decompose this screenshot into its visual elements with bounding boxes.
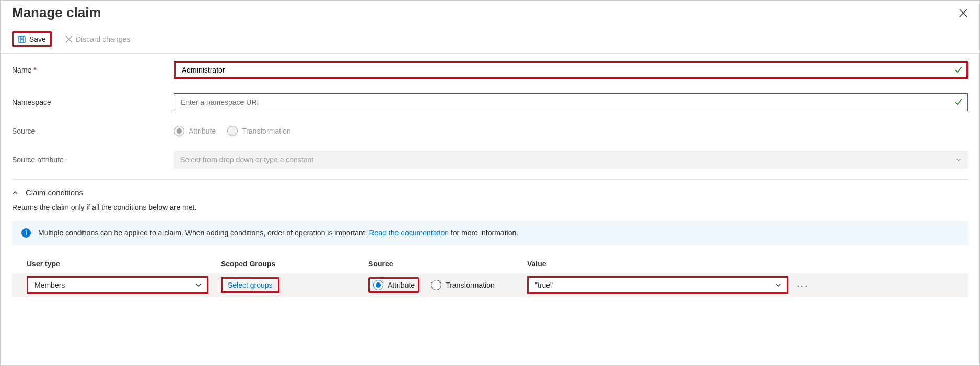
conditions-table-header: User type Scoped Groups Source Value: [12, 259, 968, 273]
radio-icon: [174, 126, 184, 136]
toolbar: Save Discard changes: [1, 28, 979, 54]
info-icon: i: [21, 228, 31, 238]
name-input[interactable]: [174, 61, 968, 79]
source-radio-transformation: Transformation: [227, 126, 291, 136]
form-row-name: Name*: [12, 54, 968, 86]
check-icon: [954, 66, 963, 74]
col-header-source: Source: [368, 259, 527, 268]
more-options-icon[interactable]: ···: [794, 279, 812, 291]
namespace-input[interactable]: [174, 93, 968, 111]
page-title: Manage claim: [12, 5, 101, 21]
name-label: Name*: [12, 66, 174, 74]
condition-source-attribute-radio[interactable]: Attribute: [368, 277, 419, 293]
info-banner: i Multiple conditions can be applied to …: [12, 221, 968, 245]
save-icon: [18, 35, 26, 43]
chevron-up-icon: [12, 190, 18, 196]
source-radio-group: Attribute Transformation: [174, 126, 968, 136]
claim-conditions-title: Claim conditions: [26, 188, 83, 197]
discard-icon: [65, 36, 73, 43]
chevron-down-icon: [195, 282, 202, 288]
discard-button[interactable]: Discard changes: [61, 33, 134, 45]
source-attribute-label: Source attribute: [12, 156, 174, 164]
radio-icon: [373, 280, 383, 290]
radio-icon: [227, 126, 238, 136]
save-button-label: Save: [29, 35, 46, 43]
required-indicator: *: [33, 66, 36, 74]
col-header-scoped-groups: Scoped Groups: [221, 259, 368, 268]
form-row-source: Source Attribute Transformation: [12, 119, 968, 144]
source-radio-attribute: Attribute: [174, 126, 216, 136]
manage-claim-panel: Manage claim Save Discard changes Name*: [0, 0, 980, 366]
col-header-user-type: User type: [27, 259, 221, 268]
panel-header: Manage claim: [12, 1, 968, 28]
form-row-namespace: Namespace: [12, 86, 968, 119]
user-type-dropdown[interactable]: Members: [27, 276, 208, 294]
conditions-row: Members Select groups Attribute Transfor…: [12, 273, 968, 297]
condition-source-transformation-radio[interactable]: Transformation: [431, 280, 495, 290]
form-row-source-attribute: Source attribute Select from drop down o…: [12, 144, 968, 176]
value-dropdown[interactable]: "true": [527, 276, 788, 294]
save-button[interactable]: Save: [12, 31, 52, 47]
chevron-down-icon: [775, 282, 781, 288]
close-icon[interactable]: [959, 8, 968, 18]
select-groups-link[interactable]: Select groups: [221, 277, 279, 293]
namespace-label: Namespace: [12, 98, 174, 107]
discard-button-label: Discard changes: [76, 35, 130, 43]
col-header-value: Value: [527, 259, 968, 268]
source-label: Source: [12, 127, 174, 135]
claim-conditions-toggle[interactable]: Claim conditions: [12, 180, 968, 200]
read-documentation-link[interactable]: Read the documentation: [369, 229, 449, 237]
source-attribute-dropdown: Select from drop down or type a constant: [174, 151, 968, 169]
check-icon: [954, 98, 963, 107]
radio-icon: [431, 280, 441, 290]
info-banner-text: Multiple conditions can be applied to a …: [38, 229, 518, 237]
chevron-down-icon: [955, 157, 962, 163]
claim-conditions-description: Returns the claim only if all the condit…: [12, 203, 968, 211]
